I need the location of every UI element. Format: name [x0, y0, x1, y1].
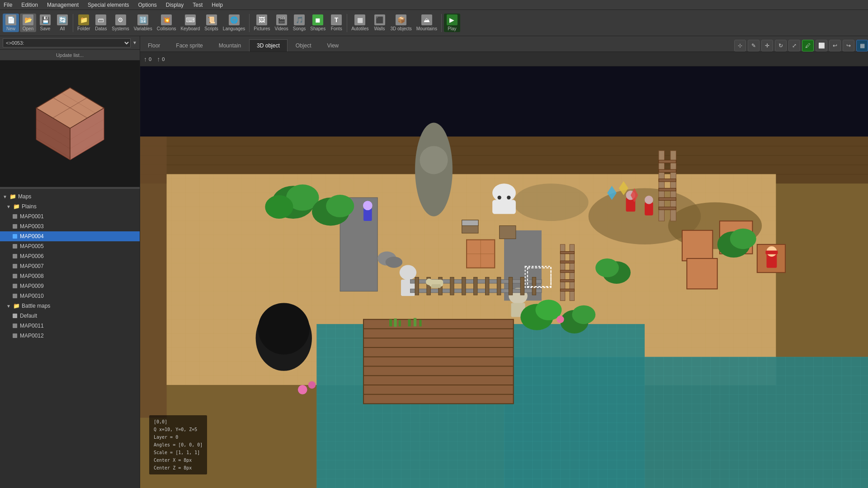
- toolbar-mountains[interactable]: ⛰ Mountains: [415, 14, 439, 32]
- svg-rect-65: [659, 207, 676, 210]
- pencil-tool-btn[interactable]: ✎: [748, 40, 760, 52]
- toolbar-walls[interactable]: ⬛ Walls: [372, 14, 388, 32]
- menu-management[interactable]: Management: [45, 1, 80, 9]
- tree-map-map0009[interactable]: MAP0009: [0, 281, 140, 291]
- tree-map-map0012[interactable]: MAP0012: [0, 331, 140, 341]
- tab-3d-object[interactable]: 3D object: [249, 39, 288, 52]
- tree-map-map0010[interactable]: MAP0010: [0, 291, 140, 301]
- coord-right-arrow: ↑: [157, 56, 160, 63]
- tab-object[interactable]: Object: [288, 39, 319, 52]
- draw-tool-btn[interactable]: 🖊: [802, 40, 814, 52]
- toolbar-songs[interactable]: 🎵 Songs: [291, 14, 307, 32]
- svg-rect-140: [414, 318, 416, 327]
- svg-point-95: [572, 305, 595, 324]
- viewport[interactable]: [0,0] Q x=10, Y=0, Z=5 Layer = 0 Angles …: [140, 66, 868, 488]
- tab-view[interactable]: View: [319, 39, 346, 52]
- tree-map-map0001[interactable]: MAP0001: [0, 211, 140, 221]
- tree-map-map0003[interactable]: MAP0003: [0, 221, 140, 231]
- tree-map-map0007[interactable]: MAP0007: [0, 261, 140, 271]
- map0010-icon: [13, 294, 17, 298]
- svg-rect-63: [659, 188, 676, 191]
- map0007-icon: [13, 264, 17, 268]
- tree-map-default[interactable]: Default: [0, 311, 140, 321]
- svg-point-85: [265, 195, 293, 219]
- svg-point-89: [730, 229, 756, 249]
- menu-options[interactable]: Options: [136, 1, 158, 9]
- battlemaps-folder-icon: 📁: [13, 303, 20, 309]
- toolbar-videos[interactable]: 🎬 Videos: [273, 14, 290, 32]
- menu-help[interactable]: Help: [210, 1, 225, 9]
- datas-icon: 🗃: [95, 14, 106, 25]
- svg-rect-110: [415, 277, 419, 295]
- tree-map-map0011[interactable]: MAP0011: [0, 321, 140, 331]
- svg-rect-138: [399, 320, 401, 326]
- cursor-tool-btn[interactable]: ⊹: [734, 40, 746, 52]
- svg-rect-61: [659, 169, 676, 172]
- toolbar-collisions[interactable]: 💥 Collisions: [155, 14, 178, 32]
- toolbar-scripts[interactable]: 📜 Scripts: [203, 14, 220, 32]
- menu-file[interactable]: File: [2, 1, 14, 9]
- toolbar-pictures[interactable]: 🖼 Pictures: [252, 14, 272, 32]
- toolbar-all[interactable]: 🔄 All: [54, 14, 71, 32]
- toolbar-3dobjects[interactable]: 📦 3D objects: [389, 14, 414, 32]
- tab-mountain[interactable]: Mountain: [211, 39, 249, 52]
- toolbar-languages[interactable]: 🌐 Languages: [221, 14, 247, 32]
- toolbar-datas[interactable]: 🗃 Datas: [93, 14, 109, 32]
- tree-group-battlemaps[interactable]: ▼ 📁 Battle maps: [0, 301, 140, 311]
- scene-container: [0,0] Q x=10, Y=0, Z=5 Layer = 0 Angles …: [140, 66, 868, 488]
- toolbar-systems[interactable]: ⚙ Systems: [110, 14, 131, 32]
- maps-folder-icon: 📁: [9, 193, 16, 200]
- map0012-icon: [13, 333, 17, 338]
- coord-y-display: 0: [162, 56, 165, 62]
- map-select[interactable]: <>0053:: [3, 38, 131, 47]
- tab-face-sprite[interactable]: Face sprite: [168, 39, 210, 52]
- menu-display[interactable]: Display: [164, 1, 185, 9]
- menu-test[interactable]: Test: [191, 1, 204, 9]
- toolbar-keyboard[interactable]: ⌨ Keyboard: [179, 14, 202, 32]
- svg-rect-60: [659, 160, 676, 163]
- update-list-button[interactable]: Update list...: [0, 50, 140, 61]
- tree-map-map0008[interactable]: MAP0008: [0, 271, 140, 281]
- move-tool-btn[interactable]: ✛: [761, 40, 773, 52]
- map0011-icon: [13, 324, 17, 328]
- svg-point-96: [557, 316, 564, 324]
- all-icon: 🔄: [57, 14, 68, 25]
- toolbar-open[interactable]: 📂 Open: [20, 14, 36, 32]
- info-line4: Angles = [0, 0, 0]: [154, 441, 203, 449]
- scale-tool-btn[interactable]: ⤢: [788, 40, 800, 52]
- erase-tool-btn[interactable]: ⬜: [816, 40, 827, 52]
- tree-group-plains[interactable]: ▼ 📁 Plains: [0, 202, 140, 211]
- menu-edition[interactable]: Edition: [19, 1, 40, 9]
- info-line3: Layer = 0: [154, 433, 203, 441]
- info-overlay: [0,0] Q x=10, Y=0, Z=5 Layer = 0 Angles …: [149, 415, 207, 474]
- maps-root-label: Maps: [18, 193, 31, 200]
- toolbar-keyboard-label: Keyboard: [180, 26, 200, 31]
- toolbar-folder[interactable]: 📁 Folder: [75, 14, 92, 32]
- toolbar-fonts[interactable]: T Fonts: [328, 14, 344, 32]
- tree-map-map0004[interactable]: MAP0004: [0, 231, 140, 241]
- toolbar-save[interactable]: 💾 Save: [37, 14, 53, 32]
- toolbar-play[interactable]: ▶ Play: [444, 14, 460, 32]
- toolbar-new[interactable]: 📄 New: [3, 14, 19, 32]
- toolbar-shapes[interactable]: ◼ Shapes: [308, 14, 327, 32]
- default-label: Default: [20, 313, 37, 319]
- rotate-tool-btn[interactable]: ↻: [775, 40, 787, 52]
- play-icon: ▶: [447, 14, 458, 25]
- svg-rect-136: [389, 319, 392, 327]
- toolbar-variables[interactable]: 🔢 Variables: [132, 14, 154, 32]
- grid-tool-btn[interactable]: ▦: [856, 40, 868, 52]
- svg-point-75: [492, 183, 516, 202]
- menu-special[interactable]: Special elements: [86, 1, 131, 9]
- undo-tool-btn[interactable]: ↩: [829, 40, 841, 52]
- map0009-icon: [13, 284, 17, 288]
- svg-point-77: [497, 196, 501, 199]
- tree-map-map0006[interactable]: MAP0006: [0, 251, 140, 261]
- redo-tool-btn[interactable]: ↪: [843, 40, 854, 52]
- tree-map-map0005[interactable]: MAP0005: [0, 241, 140, 251]
- svg-rect-126: [431, 284, 441, 288]
- tab-floor[interactable]: Floor: [140, 39, 168, 52]
- toolbar-autotiles[interactable]: ▦ Autotiles: [349, 14, 370, 32]
- plains-folder-icon: 📁: [13, 203, 20, 210]
- tree-root-maps[interactable]: ▼ 📁 Maps: [0, 192, 140, 202]
- map0011-label: MAP0011: [20, 323, 44, 329]
